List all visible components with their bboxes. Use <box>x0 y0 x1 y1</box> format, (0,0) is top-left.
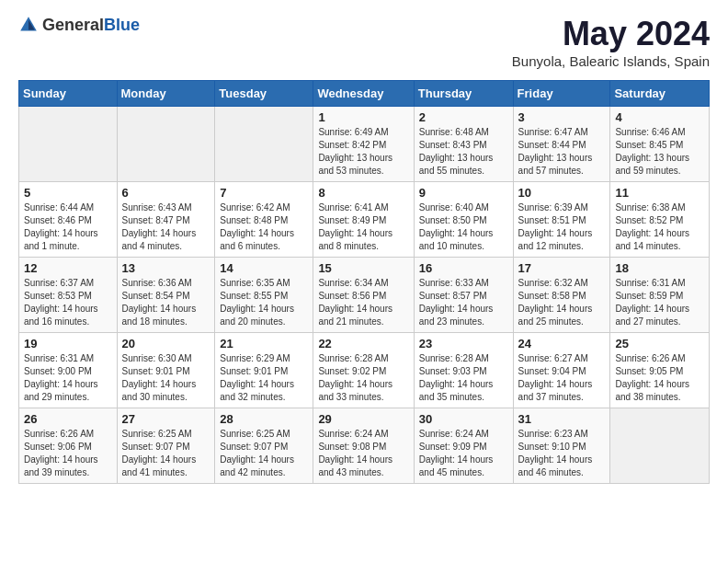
day-info: Sunrise: 6:34 AM Sunset: 8:56 PM Dayligh… <box>318 277 408 328</box>
day-info: Sunrise: 6:33 AM Sunset: 8:57 PM Dayligh… <box>419 277 508 328</box>
calendar-cell: 28Sunrise: 6:25 AM Sunset: 9:07 PM Dayli… <box>215 408 313 484</box>
calendar-cell: 15Sunrise: 6:34 AM Sunset: 8:56 PM Dayli… <box>313 258 414 333</box>
day-number: 8 <box>318 186 408 200</box>
day-number: 6 <box>122 186 210 200</box>
day-number: 22 <box>318 337 408 350</box>
weekday-header-friday: Friday <box>513 81 610 107</box>
day-number: 14 <box>220 261 308 275</box>
weekday-header-sunday: Sunday <box>19 81 118 107</box>
day-number: 26 <box>24 412 112 426</box>
day-info: Sunrise: 6:46 AM Sunset: 8:45 PM Dayligh… <box>615 126 704 178</box>
calendar-cell: 26Sunrise: 6:26 AM Sunset: 9:06 PM Dayli… <box>19 408 118 484</box>
calendar-cell: 29Sunrise: 6:24 AM Sunset: 9:08 PM Dayli… <box>313 408 414 484</box>
calendar-cell <box>215 107 313 182</box>
calendar-cell: 3Sunrise: 6:47 AM Sunset: 8:44 PM Daylig… <box>513 107 610 182</box>
day-info: Sunrise: 6:42 AM Sunset: 8:48 PM Dayligh… <box>220 201 308 253</box>
calendar-cell: 9Sunrise: 6:40 AM Sunset: 8:50 PM Daylig… <box>414 182 513 258</box>
day-info: Sunrise: 6:44 AM Sunset: 8:46 PM Dayligh… <box>24 201 112 253</box>
calendar-cell: 14Sunrise: 6:35 AM Sunset: 8:55 PM Dayli… <box>215 258 313 333</box>
day-info: Sunrise: 6:48 AM Sunset: 8:43 PM Dayligh… <box>419 126 508 178</box>
weekday-header-thursday: Thursday <box>414 81 513 107</box>
day-info: Sunrise: 6:28 AM Sunset: 9:03 PM Dayligh… <box>419 352 508 404</box>
day-number: 21 <box>220 337 308 350</box>
location-title: Bunyola, Balearic Islands, Spain <box>512 53 710 69</box>
calendar-cell: 10Sunrise: 6:39 AM Sunset: 8:51 PM Dayli… <box>513 182 610 258</box>
day-info: Sunrise: 6:23 AM Sunset: 9:10 PM Dayligh… <box>518 428 606 479</box>
calendar-table: SundayMondayTuesdayWednesdayThursdayFrid… <box>18 80 710 484</box>
calendar-cell: 20Sunrise: 6:30 AM Sunset: 9:01 PM Dayli… <box>117 333 215 408</box>
calendar-cell: 6Sunrise: 6:43 AM Sunset: 8:47 PM Daylig… <box>117 182 215 258</box>
weekday-header-saturday: Saturday <box>610 81 710 107</box>
calendar-cell: 24Sunrise: 6:27 AM Sunset: 9:04 PM Dayli… <box>513 333 610 408</box>
calendar-body: 1Sunrise: 6:49 AM Sunset: 8:42 PM Daylig… <box>19 107 710 484</box>
calendar-cell: 1Sunrise: 6:49 AM Sunset: 8:42 PM Daylig… <box>313 107 414 182</box>
calendar-cell: 19Sunrise: 6:31 AM Sunset: 9:00 PM Dayli… <box>19 333 118 408</box>
day-info: Sunrise: 6:24 AM Sunset: 9:09 PM Dayligh… <box>419 428 508 479</box>
logo-text-general: General <box>42 16 104 34</box>
month-title: May 2024 <box>512 15 710 53</box>
day-info: Sunrise: 6:31 AM Sunset: 8:59 PM Dayligh… <box>615 277 704 328</box>
calendar-cell: 12Sunrise: 6:37 AM Sunset: 8:53 PM Dayli… <box>19 258 118 333</box>
day-number: 15 <box>318 261 408 275</box>
day-number: 7 <box>220 186 308 200</box>
day-number: 24 <box>518 337 606 350</box>
day-info: Sunrise: 6:40 AM Sunset: 8:50 PM Dayligh… <box>419 201 508 253</box>
calendar-cell: 23Sunrise: 6:28 AM Sunset: 9:03 PM Dayli… <box>414 333 513 408</box>
calendar-cell: 21Sunrise: 6:29 AM Sunset: 9:01 PM Dayli… <box>215 333 313 408</box>
day-info: Sunrise: 6:36 AM Sunset: 8:54 PM Dayligh… <box>122 277 210 328</box>
calendar-cell: 17Sunrise: 6:32 AM Sunset: 8:58 PM Dayli… <box>513 258 610 333</box>
day-number: 10 <box>518 186 606 200</box>
calendar-week-row: 19Sunrise: 6:31 AM Sunset: 9:00 PM Dayli… <box>19 333 710 408</box>
calendar-cell <box>19 107 118 182</box>
day-info: Sunrise: 6:25 AM Sunset: 9:07 PM Dayligh… <box>220 428 308 479</box>
day-number: 18 <box>615 261 704 275</box>
day-number: 30 <box>419 412 508 426</box>
calendar-cell: 16Sunrise: 6:33 AM Sunset: 8:57 PM Dayli… <box>414 258 513 333</box>
day-info: Sunrise: 6:25 AM Sunset: 9:07 PM Dayligh… <box>122 428 210 479</box>
day-number: 16 <box>419 261 508 275</box>
day-number: 31 <box>518 412 606 426</box>
day-info: Sunrise: 6:29 AM Sunset: 9:01 PM Dayligh… <box>220 352 308 404</box>
calendar-cell <box>610 408 710 484</box>
day-number: 3 <box>518 110 606 124</box>
day-info: Sunrise: 6:41 AM Sunset: 8:49 PM Dayligh… <box>318 201 408 253</box>
day-info: Sunrise: 6:32 AM Sunset: 8:58 PM Dayligh… <box>518 277 606 328</box>
calendar-header: SundayMondayTuesdayWednesdayThursdayFrid… <box>19 81 710 107</box>
calendar-cell <box>117 107 215 182</box>
calendar-cell: 27Sunrise: 6:25 AM Sunset: 9:07 PM Dayli… <box>117 408 215 484</box>
day-info: Sunrise: 6:30 AM Sunset: 9:01 PM Dayligh… <box>122 352 210 404</box>
day-info: Sunrise: 6:35 AM Sunset: 8:55 PM Dayligh… <box>220 277 308 328</box>
day-number: 12 <box>24 261 112 275</box>
day-number: 23 <box>419 337 508 350</box>
weekday-header-row: SundayMondayTuesdayWednesdayThursdayFrid… <box>19 81 710 107</box>
weekday-header-wednesday: Wednesday <box>313 81 414 107</box>
day-number: 20 <box>122 337 210 350</box>
logo: GeneralBlue <box>18 15 140 35</box>
calendar-cell: 25Sunrise: 6:26 AM Sunset: 9:05 PM Dayli… <box>610 333 710 408</box>
weekday-header-monday: Monday <box>117 81 215 107</box>
day-number: 27 <box>122 412 210 426</box>
calendar-cell: 18Sunrise: 6:31 AM Sunset: 8:59 PM Dayli… <box>610 258 710 333</box>
calendar-cell: 7Sunrise: 6:42 AM Sunset: 8:48 PM Daylig… <box>215 182 313 258</box>
day-info: Sunrise: 6:43 AM Sunset: 8:47 PM Dayligh… <box>122 201 210 253</box>
day-number: 19 <box>24 337 112 350</box>
calendar-cell: 2Sunrise: 6:48 AM Sunset: 8:43 PM Daylig… <box>414 107 513 182</box>
weekday-header-tuesday: Tuesday <box>215 81 313 107</box>
day-info: Sunrise: 6:26 AM Sunset: 9:06 PM Dayligh… <box>24 428 112 479</box>
calendar-cell: 11Sunrise: 6:38 AM Sunset: 8:52 PM Dayli… <box>610 182 710 258</box>
day-number: 28 <box>220 412 308 426</box>
calendar-week-row: 5Sunrise: 6:44 AM Sunset: 8:46 PM Daylig… <box>19 182 710 258</box>
day-info: Sunrise: 6:26 AM Sunset: 9:05 PM Dayligh… <box>615 352 704 404</box>
day-number: 25 <box>615 337 704 350</box>
calendar-cell: 8Sunrise: 6:41 AM Sunset: 8:49 PM Daylig… <box>313 182 414 258</box>
day-info: Sunrise: 6:49 AM Sunset: 8:42 PM Dayligh… <box>318 126 408 178</box>
logo-text-blue: Blue <box>104 16 140 34</box>
day-info: Sunrise: 6:28 AM Sunset: 9:02 PM Dayligh… <box>318 352 408 404</box>
day-number: 5 <box>24 186 112 200</box>
logo-icon <box>18 15 39 35</box>
calendar-cell: 13Sunrise: 6:36 AM Sunset: 8:54 PM Dayli… <box>117 258 215 333</box>
day-number: 13 <box>122 261 210 275</box>
title-block: May 2024 Bunyola, Balearic Islands, Spai… <box>512 15 710 69</box>
calendar-cell: 4Sunrise: 6:46 AM Sunset: 8:45 PM Daylig… <box>610 107 710 182</box>
page-header: GeneralBlue May 2024 Bunyola, Balearic I… <box>18 15 710 69</box>
